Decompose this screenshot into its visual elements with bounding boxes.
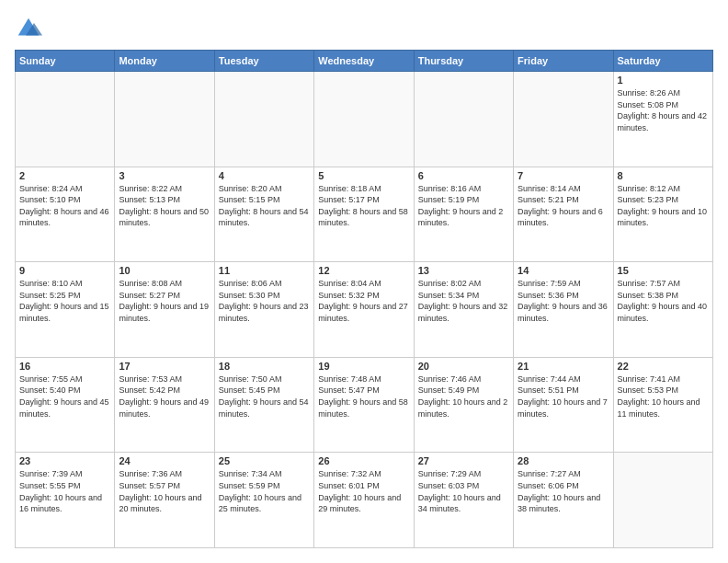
calendar-cell: 16Sunrise: 7:55 AM Sunset: 5:40 PM Dayli…	[16, 357, 115, 453]
calendar-cell	[16, 72, 115, 167]
calendar-cell: 3Sunrise: 8:22 AM Sunset: 5:13 PM Daylig…	[115, 167, 214, 262]
calendar-header-row: SundayMondayTuesdayWednesdayThursdayFrid…	[16, 51, 713, 72]
calendar-cell: 19Sunrise: 7:48 AM Sunset: 5:47 PM Dayli…	[314, 357, 414, 453]
col-header-wednesday: Wednesday	[314, 51, 414, 72]
calendar-cell: 7Sunrise: 8:14 AM Sunset: 5:21 PM Daylig…	[514, 167, 613, 262]
calendar-cell: 17Sunrise: 7:53 AM Sunset: 5:42 PM Dayli…	[115, 357, 214, 453]
calendar-cell: 25Sunrise: 7:34 AM Sunset: 5:59 PM Dayli…	[214, 453, 313, 548]
day-number: 5	[318, 170, 409, 181]
day-info: Sunrise: 7:50 AM Sunset: 5:45 PM Dayligh…	[219, 373, 310, 419]
day-number: 4	[219, 170, 310, 181]
day-info: Sunrise: 7:46 AM Sunset: 5:49 PM Dayligh…	[418, 373, 509, 419]
calendar-cell: 21Sunrise: 7:44 AM Sunset: 5:51 PM Dayli…	[514, 357, 613, 453]
calendar-cell: 9Sunrise: 8:10 AM Sunset: 5:25 PM Daylig…	[16, 262, 115, 358]
week-row-2: 2Sunrise: 8:24 AM Sunset: 5:10 PM Daylig…	[16, 167, 713, 262]
day-number: 6	[418, 170, 509, 181]
day-number: 15	[618, 265, 709, 276]
day-number: 16	[19, 361, 110, 372]
day-number: 9	[19, 265, 110, 276]
day-number: 14	[518, 265, 609, 276]
day-info: Sunrise: 7:27 AM Sunset: 6:06 PM Dayligh…	[518, 468, 609, 514]
col-header-saturday: Saturday	[613, 51, 712, 72]
day-info: Sunrise: 7:59 AM Sunset: 5:36 PM Dayligh…	[518, 278, 609, 324]
day-info: Sunrise: 7:34 AM Sunset: 5:59 PM Dayligh…	[219, 468, 310, 514]
day-info: Sunrise: 8:18 AM Sunset: 5:17 PM Dayligh…	[318, 183, 409, 229]
day-info: Sunrise: 7:55 AM Sunset: 5:40 PM Dayligh…	[19, 373, 110, 419]
calendar-cell: 20Sunrise: 7:46 AM Sunset: 5:49 PM Dayli…	[414, 357, 513, 453]
calendar-cell	[514, 72, 613, 167]
day-number: 10	[119, 265, 210, 276]
day-info: Sunrise: 7:53 AM Sunset: 5:42 PM Dayligh…	[119, 373, 210, 419]
calendar-table: SundayMondayTuesdayWednesdayThursdayFrid…	[15, 50, 713, 548]
col-header-thursday: Thursday	[414, 51, 513, 72]
day-number: 24	[119, 455, 210, 466]
day-number: 25	[219, 455, 310, 466]
calendar-cell: 6Sunrise: 8:16 AM Sunset: 5:19 PM Daylig…	[414, 167, 513, 262]
calendar-cell	[414, 72, 513, 167]
day-number: 26	[318, 455, 409, 466]
calendar-cell: 11Sunrise: 8:06 AM Sunset: 5:30 PM Dayli…	[214, 262, 313, 358]
calendar-cell	[214, 72, 313, 167]
day-number: 19	[318, 361, 409, 372]
day-info: Sunrise: 7:29 AM Sunset: 6:03 PM Dayligh…	[418, 468, 509, 514]
day-number: 12	[318, 265, 409, 276]
calendar-cell: 28Sunrise: 7:27 AM Sunset: 6:06 PM Dayli…	[514, 453, 613, 548]
day-number: 20	[418, 361, 509, 372]
calendar-cell: 5Sunrise: 8:18 AM Sunset: 5:17 PM Daylig…	[314, 167, 414, 262]
day-info: Sunrise: 8:14 AM Sunset: 5:21 PM Dayligh…	[518, 183, 609, 229]
day-number: 17	[119, 361, 210, 372]
week-row-5: 23Sunrise: 7:39 AM Sunset: 5:55 PM Dayli…	[16, 453, 713, 548]
calendar-cell	[613, 453, 712, 548]
day-info: Sunrise: 8:02 AM Sunset: 5:34 PM Dayligh…	[418, 278, 509, 324]
day-number: 22	[618, 361, 709, 372]
logo	[15, 15, 46, 42]
calendar-cell: 2Sunrise: 8:24 AM Sunset: 5:10 PM Daylig…	[16, 167, 115, 262]
week-row-4: 16Sunrise: 7:55 AM Sunset: 5:40 PM Dayli…	[16, 357, 713, 453]
day-info: Sunrise: 7:39 AM Sunset: 5:55 PM Dayligh…	[19, 468, 110, 514]
day-info: Sunrise: 7:57 AM Sunset: 5:38 PM Dayligh…	[618, 278, 709, 324]
day-info: Sunrise: 8:04 AM Sunset: 5:32 PM Dayligh…	[318, 278, 409, 324]
col-header-friday: Friday	[514, 51, 613, 72]
day-number: 18	[219, 361, 310, 372]
calendar-cell	[314, 72, 414, 167]
day-number: 8	[618, 170, 709, 181]
logo-icon	[15, 15, 42, 42]
day-info: Sunrise: 7:32 AM Sunset: 6:01 PM Dayligh…	[318, 468, 409, 514]
day-info: Sunrise: 8:10 AM Sunset: 5:25 PM Dayligh…	[19, 278, 110, 324]
day-number: 7	[518, 170, 609, 181]
col-header-tuesday: Tuesday	[214, 51, 313, 72]
day-info: Sunrise: 8:12 AM Sunset: 5:23 PM Dayligh…	[618, 183, 709, 229]
calendar-cell: 18Sunrise: 7:50 AM Sunset: 5:45 PM Dayli…	[214, 357, 313, 453]
day-number: 28	[518, 455, 609, 466]
day-info: Sunrise: 7:44 AM Sunset: 5:51 PM Dayligh…	[518, 373, 609, 419]
day-number: 23	[19, 455, 110, 466]
calendar-cell: 23Sunrise: 7:39 AM Sunset: 5:55 PM Dayli…	[16, 453, 115, 548]
calendar-cell: 13Sunrise: 8:02 AM Sunset: 5:34 PM Dayli…	[414, 262, 513, 358]
calendar-cell: 8Sunrise: 8:12 AM Sunset: 5:23 PM Daylig…	[613, 167, 712, 262]
calendar-cell: 26Sunrise: 7:32 AM Sunset: 6:01 PM Dayli…	[314, 453, 414, 548]
calendar-cell: 15Sunrise: 7:57 AM Sunset: 5:38 PM Dayli…	[613, 262, 712, 358]
day-info: Sunrise: 7:41 AM Sunset: 5:53 PM Dayligh…	[618, 373, 709, 419]
week-row-3: 9Sunrise: 8:10 AM Sunset: 5:25 PM Daylig…	[16, 262, 713, 358]
day-info: Sunrise: 7:36 AM Sunset: 5:57 PM Dayligh…	[119, 468, 210, 514]
week-row-1: 1Sunrise: 8:26 AM Sunset: 5:08 PM Daylig…	[16, 72, 713, 167]
calendar-cell: 4Sunrise: 8:20 AM Sunset: 5:15 PM Daylig…	[214, 167, 313, 262]
page: SundayMondayTuesdayWednesdayThursdayFrid…	[0, 0, 728, 563]
col-header-sunday: Sunday	[16, 51, 115, 72]
day-number: 2	[19, 170, 110, 181]
day-info: Sunrise: 8:06 AM Sunset: 5:30 PM Dayligh…	[219, 278, 310, 324]
calendar-cell	[115, 72, 214, 167]
calendar-cell: 12Sunrise: 8:04 AM Sunset: 5:32 PM Dayli…	[314, 262, 414, 358]
calendar-cell: 14Sunrise: 7:59 AM Sunset: 5:36 PM Dayli…	[514, 262, 613, 358]
day-info: Sunrise: 8:24 AM Sunset: 5:10 PM Dayligh…	[19, 183, 110, 229]
calendar-cell: 1Sunrise: 8:26 AM Sunset: 5:08 PM Daylig…	[613, 72, 712, 167]
header	[15, 15, 713, 42]
day-info: Sunrise: 7:48 AM Sunset: 5:47 PM Dayligh…	[318, 373, 409, 419]
day-info: Sunrise: 8:26 AM Sunset: 5:08 PM Dayligh…	[618, 87, 709, 133]
day-number: 13	[418, 265, 509, 276]
day-number: 27	[418, 455, 509, 466]
day-info: Sunrise: 8:16 AM Sunset: 5:19 PM Dayligh…	[418, 183, 509, 229]
col-header-monday: Monday	[115, 51, 214, 72]
day-info: Sunrise: 8:08 AM Sunset: 5:27 PM Dayligh…	[119, 278, 210, 324]
day-number: 11	[219, 265, 310, 276]
